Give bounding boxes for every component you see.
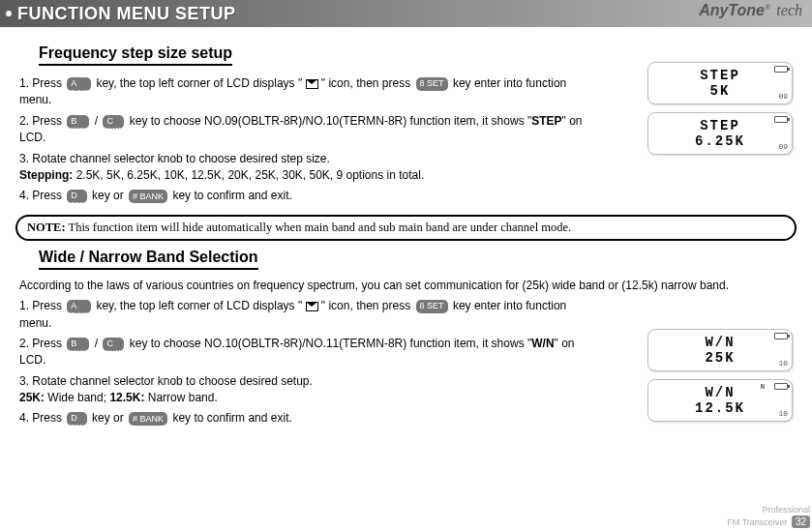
narrow-indicator: N — [761, 383, 765, 391]
note-box: NOTE: This function item will hide autom… — [15, 215, 797, 241]
page-header: FUNCTION MENU SETUP AnyTone® tech — [0, 0, 812, 27]
page-number: 32 — [792, 515, 810, 528]
section-2-intro: According to the laws of various countri… — [19, 278, 797, 294]
lcd-wn-25k: W/N 25K 10 — [647, 329, 793, 371]
sec2-step2: 2. Press BMAIN / CV / M key to choose NO… — [19, 336, 596, 369]
sec1-step1: 1. Press AFUNC key, the top left corner … — [19, 75, 596, 109]
lcd-wn-125k: N W/N 12.5K 10 — [647, 379, 793, 422]
page-footer: Professional FM Transceiver 32 — [727, 506, 810, 528]
sec1-step4: 4. Press DESC key or # BANK key to confi… — [19, 188, 596, 204]
lcd-step-625k: STEP 6.25K 09 — [647, 112, 793, 155]
note-text: This function item will hide automatical… — [66, 221, 572, 234]
section-1-body: 1. Press AFUNC key, the top left corner … — [15, 75, 596, 205]
registered-icon: ® — [765, 3, 770, 12]
sec1-step2: 2. Press BMAIN / CV / M key to choose NO… — [19, 113, 596, 147]
brand-logo: AnyTone® tech — [699, 2, 802, 19]
section-1-title: Frequency step size setup — [39, 44, 232, 66]
key-a-func: AFUNC — [67, 300, 91, 313]
sec2-step1: 1. Press AFUNC key, the top left corner … — [19, 298, 596, 332]
key-8-set: 8 SET — [416, 77, 448, 91]
header-title: FUNCTION MENU SETUP — [17, 4, 236, 24]
battery-icon — [774, 66, 788, 73]
brand-suffix: tech — [776, 2, 802, 18]
sec2-step3: 3. Rotate channel selector knob to choos… — [19, 373, 596, 407]
section-2-title: Wide / Narrow Band Selection — [39, 249, 258, 270]
section-2-heading: (((( Wide / Narrow Band Selection — [15, 249, 797, 276]
key-c-vm: CV / M — [103, 115, 124, 129]
key-b-main: BMAIN — [67, 338, 89, 351]
battery-icon — [774, 116, 788, 123]
battery-icon — [774, 333, 788, 339]
header-bullet-icon — [6, 11, 12, 16]
key-d-esc: DESC — [67, 190, 86, 203]
key-8-set: 8 SET — [416, 300, 448, 313]
section-2-body: 1. Press AFUNC key, the top left corner … — [15, 298, 596, 427]
brand-name: AnyTone — [699, 2, 765, 18]
sec2-step4: 4. Press DESC key or # BANK key to confi… — [19, 410, 596, 427]
key-d-esc: DESC — [67, 412, 86, 426]
key-hash-bank: # BANK — [129, 190, 167, 203]
key-c-vm: CV / M — [103, 338, 124, 351]
mail-icon — [306, 79, 318, 89]
note-label: NOTE: — [27, 221, 66, 234]
lcd-step-5k: STEP 5K 09 — [647, 62, 793, 104]
key-hash-bank: # BANK — [129, 412, 167, 426]
mail-icon — [306, 302, 318, 311]
sec1-step3: 3. Rotate channel selector knob to choos… — [19, 151, 596, 185]
key-a-func: AFUNC — [67, 77, 91, 91]
key-b-main: BMAIN — [67, 115, 89, 129]
battery-icon — [774, 383, 788, 390]
